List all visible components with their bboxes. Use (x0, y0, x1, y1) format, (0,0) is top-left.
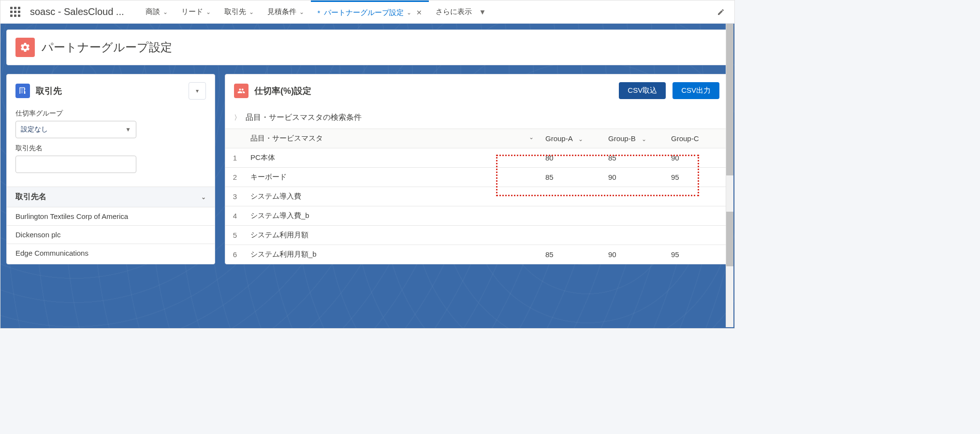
content-area: パートナーグループ設定 取引先 ▾ 仕切率グループ 設定なし (0, 24, 734, 328)
cell-group-a[interactable]: 85 (540, 168, 602, 187)
gear-icon (15, 38, 35, 57)
columns: 取引先 ▾ 仕切率グループ 設定なし ▼ 取引先名 取引先名 ⌄ (6, 74, 729, 264)
col-label: Group-B (608, 134, 636, 143)
search-criteria-toggle[interactable]: 〉 品目・サービスマスタの検索条件 (225, 107, 728, 129)
cell-group-c[interactable] (665, 206, 728, 226)
list-item[interactable]: Dickenson plc (7, 225, 215, 244)
table-row[interactable]: 4システム導入費_b (225, 206, 728, 226)
cell-group-c[interactable] (665, 226, 728, 245)
row-item[interactable]: システム導入費_b (245, 206, 540, 226)
chevron-down-icon[interactable]: ⌄ (642, 136, 646, 143)
table-row[interactable]: 1PC本体808590 (225, 148, 728, 168)
nav-more-label: さらに表示 (436, 7, 472, 16)
cell-group-a[interactable] (540, 206, 602, 226)
nav-tab-label: 取引先 (224, 7, 246, 16)
col-group-b[interactable]: Group-B ⌄ (602, 129, 665, 148)
filter-form: 仕切率グループ 設定なし ▼ 取引先名 (7, 107, 215, 187)
cell-group-c[interactable]: 90 (665, 148, 728, 168)
chevron-right-icon: 〉 (234, 114, 241, 122)
nav-tab-label: 見積条件 (267, 7, 296, 16)
rate-panel: 仕切率(%)設定 CSV取込 CSV出力 〉 品目・サービスマスタの検索条件 (225, 74, 729, 264)
close-icon[interactable]: ✕ (416, 9, 422, 16)
cell-group-b[interactable] (602, 226, 665, 245)
list-item[interactable]: Burlington Textiles Corp of America (7, 207, 215, 225)
cell-group-c[interactable]: 95 (665, 168, 728, 187)
cell-group-b[interactable] (602, 206, 665, 226)
col-group-a[interactable]: Group-A ⌄ (540, 129, 602, 148)
group-select-value: 設定なし (21, 125, 48, 134)
rate-table: 品目・サービスマスタ ⌄ Group-A ⌄ Group-B ⌄ (225, 129, 728, 264)
nav-tab-label: 商談 (146, 7, 160, 16)
csv-export-button[interactable]: CSV出力 (673, 82, 719, 99)
col-group-c[interactable]: Group-C (665, 129, 728, 148)
table-row[interactable]: 5システム利用月額 (225, 226, 728, 245)
accounts-panel-head: 取引先 ▾ (7, 74, 215, 107)
list-item[interactable]: Edge Communications (7, 244, 215, 262)
table-row[interactable]: 3システム導入費 (225, 187, 728, 206)
group-label: 仕切率グループ (15, 109, 206, 118)
group-select[interactable]: 設定なし ▼ (15, 121, 136, 138)
cell-group-b[interactable]: 90 (602, 168, 665, 187)
chevron-down-icon[interactable]: ⌄ (407, 9, 411, 16)
nav-tab-quote[interactable]: 見積条件 ⌄ (261, 0, 311, 24)
app-name[interactable]: soasc - SalesCloud ... (30, 6, 124, 17)
table-row[interactable]: 6システム利用月額_b859095 (225, 245, 728, 264)
cell-group-b[interactable]: 85 (602, 148, 665, 168)
cell-group-c[interactable]: 95 (665, 245, 728, 264)
cell-group-a[interactable]: 80 (540, 148, 602, 168)
account-name-label: 取引先名 (15, 144, 206, 153)
page-header: パートナーグループ設定 (6, 29, 729, 65)
unsaved-indicator: * (318, 9, 321, 17)
row-item[interactable]: キーボード (245, 168, 540, 187)
nav-tab-lead[interactable]: リード ⌄ (175, 0, 218, 24)
page-title: パートナーグループ設定 (42, 40, 172, 55)
row-index: 5 (225, 226, 245, 245)
nav-more[interactable]: さらに表示 ▼ (429, 0, 497, 24)
chevron-down-icon[interactable]: ⌄ (249, 9, 254, 15)
cell-group-b[interactable] (602, 187, 665, 206)
col-label: Group-A (545, 134, 572, 143)
nav-tab-account[interactable]: 取引先 ⌄ (218, 0, 261, 24)
nav-tab-label: リード (181, 7, 203, 16)
accounts-list-header[interactable]: 取引先名 ⌄ (7, 187, 215, 207)
scrollbar-thumb[interactable] (726, 24, 733, 175)
scrollbar-vertical[interactable] (726, 24, 733, 327)
chevron-down-icon[interactable]: ⌄ (578, 136, 583, 143)
accounts-list-header-label: 取引先名 (15, 192, 46, 202)
cell-group-a[interactable] (540, 187, 602, 206)
pencil-icon[interactable] (717, 8, 725, 16)
accounts-panel: 取引先 ▾ 仕切率グループ 設定なし ▼ 取引先名 取引先名 ⌄ (6, 74, 215, 264)
chevron-down-icon: ▼ (125, 126, 131, 133)
row-item[interactable]: システム導入費 (245, 187, 540, 206)
nav-tab-opportunity[interactable]: 商談 ⌄ (139, 0, 175, 24)
row-index: 4 (225, 206, 245, 226)
chevron-down-icon[interactable]: ⌄ (299, 9, 304, 15)
cell-group-b[interactable]: 90 (602, 245, 665, 264)
row-item[interactable]: システム利用月額_b (245, 245, 540, 264)
cell-group-a[interactable] (540, 226, 602, 245)
chevron-down-icon[interactable]: ⌄ (163, 9, 168, 15)
row-index: 1 (225, 148, 245, 168)
nav-tab-label: パートナーグループ設定 (324, 8, 404, 17)
nav-tabs: 商談 ⌄ リード ⌄ 取引先 ⌄ 見積条件 ⌄ * パートナーグループ設定 ⌄ … (139, 0, 497, 24)
chevron-down-icon[interactable]: ⌄ (529, 134, 534, 141)
app-launcher-icon[interactable] (10, 7, 20, 17)
col-item[interactable]: 品目・サービスマスタ ⌄ (245, 129, 540, 148)
row-item[interactable]: PC本体 (245, 148, 540, 168)
account-name-input[interactable] (15, 156, 136, 173)
scrollbar-thumb-inner[interactable] (726, 212, 733, 266)
building-icon (15, 84, 30, 98)
rate-buttons: CSV取込 CSV出力 (619, 82, 719, 99)
cell-group-a[interactable]: 85 (540, 245, 602, 264)
table-row[interactable]: 2キーボード859095 (225, 168, 728, 187)
rate-panel-head: 仕切率(%)設定 CSV取込 CSV出力 (225, 74, 728, 107)
collapse-button[interactable]: ▾ (189, 82, 206, 100)
csv-import-button[interactable]: CSV取込 (619, 82, 666, 99)
chevron-down-icon: ▾ (196, 87, 199, 94)
nav-tab-partner-group[interactable]: * パートナーグループ設定 ⌄ ✕ (311, 0, 429, 24)
row-item[interactable]: システム利用月額 (245, 226, 540, 245)
cell-group-c[interactable] (665, 187, 728, 206)
chevron-down-icon[interactable]: ⌄ (206, 9, 211, 15)
accounts-title: 取引先 (36, 85, 62, 97)
viewport: soasc - SalesCloud ... 商談 ⌄ リード ⌄ 取引先 ⌄ … (0, 0, 735, 329)
